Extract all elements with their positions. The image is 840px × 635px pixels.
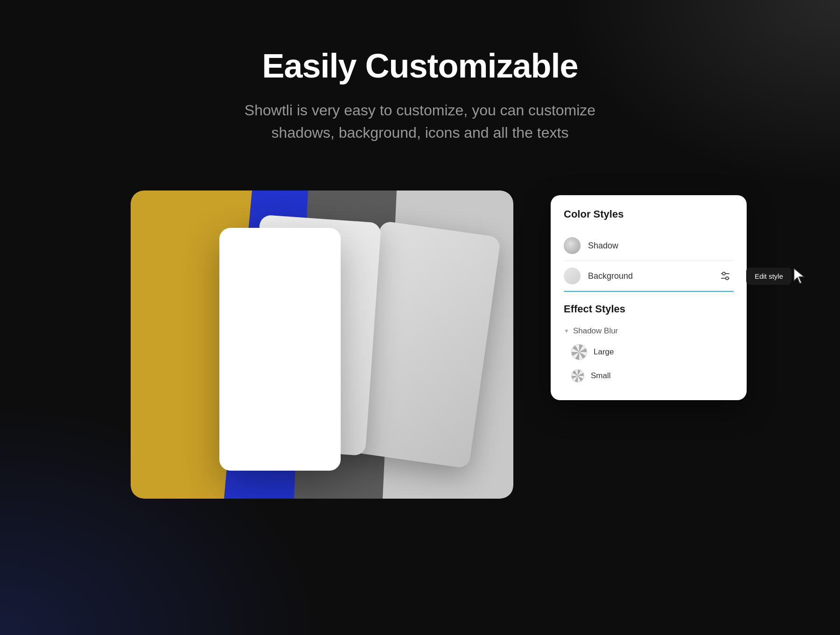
edit-tooltip-wrapper: Edit style [746,267,808,285]
subtitle-line1: Showtli is very easy to customize, you c… [245,102,595,119]
subtitle: Showtli is very easy to customize, you c… [245,99,595,144]
effect-small-label: Small [591,371,611,381]
card-front [219,228,341,471]
content-area: Color Styles Shadow Background [93,181,747,508]
shadow-icon-circle [564,237,581,254]
effect-item-large[interactable]: Large [564,339,734,365]
shadow-style-row[interactable]: Shadow [564,231,734,261]
page-wrapper: Easily Customizable Showtli is very easy… [0,0,840,635]
svg-point-3 [726,277,728,280]
card-showcase [131,190,513,499]
bg-gradient-top-right [560,0,840,187]
color-styles-panel: Color Styles Shadow Background [551,195,747,400]
panel-title: Color Styles [564,208,734,220]
shadow-label: Shadow [588,241,734,251]
cursor-icon [791,267,808,285]
main-title: Easily Customizable [245,47,595,85]
background-label: Background [588,271,717,281]
subtitle-line2: shadows, background, icons and all the t… [272,124,569,141]
edit-style-button[interactable] [717,268,734,284]
effect-group-shadow-blur[interactable]: ▼ Shadow Blur [564,323,734,339]
edit-tooltip: Edit style [746,268,791,285]
svg-point-1 [722,272,725,275]
chevron-down-icon: ▼ [564,328,569,334]
effect-small-icon [571,369,584,382]
effect-group-label: Shadow Blur [573,326,618,336]
effect-large-label: Large [594,347,614,357]
effect-styles-title: Effect Styles [564,303,734,315]
background-style-row[interactable]: Background Edit style [564,261,734,292]
background-icon-circle [564,268,581,284]
effect-item-small[interactable]: Small [564,365,734,387]
effect-large-icon [571,344,587,360]
header-section: Easily Customizable Showtli is very easy… [245,47,595,144]
